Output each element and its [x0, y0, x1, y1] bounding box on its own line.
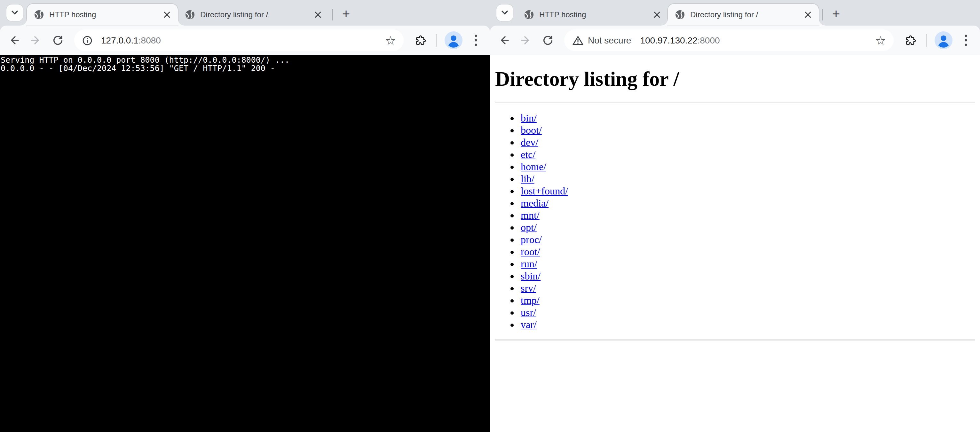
back-arrow-icon [8, 35, 20, 46]
directory-list-item: opt/ [521, 221, 975, 233]
browser-menu-button[interactable] [955, 29, 977, 51]
kebab-menu-icon [475, 35, 477, 46]
directory-list-item: lib/ [521, 173, 975, 185]
reload-button[interactable] [47, 29, 68, 51]
new-tab-button[interactable]: + [337, 5, 355, 23]
extensions-button[interactable] [899, 29, 921, 51]
bookmark-star-button[interactable]: ☆ [384, 34, 397, 46]
extensions-button[interactable] [409, 29, 431, 51]
terminal-page: Serving HTTP on 0.0.0.0 port 8000 (http:… [0, 55, 490, 432]
profile-avatar-button[interactable] [445, 31, 463, 49]
directory-link[interactable]: boot/ [521, 125, 542, 136]
directory-link[interactable]: lost+found/ [521, 186, 568, 196]
reload-icon [542, 35, 553, 46]
directory-link[interactable]: media/ [521, 198, 549, 208]
page-info-icon[interactable] [83, 35, 92, 45]
toolbar-left: 127.0.0.1:8080 ☆ [0, 25, 490, 55]
directory-list-item: media/ [521, 197, 975, 209]
profile-avatar-icon [445, 31, 463, 49]
globe-favicon-icon [34, 10, 44, 20]
directory-list-item: var/ [521, 318, 975, 330]
directory-list: bin/boot/dev/etc/home/lib/lost+found/med… [495, 112, 975, 330]
globe-favicon-icon [524, 10, 534, 20]
kebab-menu-icon [965, 35, 967, 46]
close-icon [654, 11, 660, 18]
url-text: 127.0.0.1:8080 [101, 35, 161, 45]
forward-arrow-icon [520, 35, 531, 46]
divider [495, 102, 975, 103]
directory-link[interactable]: etc/ [521, 149, 535, 160]
directory-list-item: dev/ [521, 136, 975, 148]
toolbar-right: Not secure 100.97.130.22:8000 ☆ [490, 25, 980, 55]
directory-link[interactable]: dev/ [521, 137, 538, 148]
tab-search-button[interactable] [6, 5, 23, 21]
directory-link[interactable]: proc/ [521, 234, 542, 245]
tab-http-hosting[interactable]: HTTP hosting [27, 4, 178, 25]
directory-listing-page: Directory listing for / bin/boot/dev/etc… [490, 55, 980, 432]
security-chip-label[interactable]: Not secure [588, 35, 631, 45]
bookmark-star-button[interactable]: ☆ [874, 34, 887, 46]
close-icon [315, 11, 321, 18]
tab-separator [332, 9, 332, 21]
tab-close-button[interactable] [161, 9, 173, 21]
tab-http-hosting[interactable]: HTTP hosting [517, 4, 668, 25]
directory-link[interactable]: tmp/ [521, 295, 539, 306]
chevron-down-icon [501, 10, 509, 15]
tab-title: HTTP hosting [539, 10, 651, 19]
tab-close-button[interactable] [651, 9, 663, 21]
directory-link[interactable]: var/ [521, 319, 537, 330]
browser-menu-button[interactable] [465, 29, 487, 51]
back-button[interactable] [493, 29, 515, 51]
back-button[interactable] [3, 29, 25, 51]
directory-link[interactable]: root/ [521, 246, 540, 257]
directory-list-item: lost+found/ [521, 185, 975, 197]
new-tab-button[interactable]: + [827, 5, 845, 23]
browser-window-right: HTTP hosting Directory listing for / + [490, 0, 980, 432]
directory-list-item: mnt/ [521, 209, 975, 221]
forward-button[interactable] [25, 29, 47, 51]
forward-arrow-icon [30, 35, 41, 46]
forward-button[interactable] [515, 29, 537, 51]
url-text: 100.97.130.22:8000 [640, 35, 720, 45]
directory-link[interactable]: lib/ [521, 173, 535, 184]
tab-close-button[interactable] [312, 9, 324, 21]
tab-title: HTTP hosting [49, 10, 161, 19]
directory-link[interactable]: run/ [521, 258, 537, 269]
close-icon [164, 11, 170, 18]
tab-directory-listing[interactable]: Directory listing for / [668, 4, 819, 25]
browser-window-left: HTTP hosting Directory listing for / + [0, 0, 490, 432]
directory-list-item: srv/ [521, 282, 975, 294]
address-bar[interactable]: Not secure 100.97.130.22:8000 ☆ [564, 29, 894, 51]
toolbar-divider [436, 34, 437, 47]
directory-link[interactable]: srv/ [521, 283, 536, 294]
directory-link[interactable]: bin/ [521, 113, 537, 124]
chevron-down-icon [11, 10, 19, 15]
directory-list-item: run/ [521, 258, 975, 270]
tab-separator [822, 9, 822, 21]
reload-button[interactable] [537, 29, 558, 51]
page-title: Directory listing for / [495, 67, 975, 91]
directory-list-item: bin/ [521, 112, 975, 124]
directory-link[interactable]: opt/ [521, 222, 537, 233]
directory-list-item: proc/ [521, 233, 975, 246]
directory-list-item: sbin/ [521, 270, 975, 282]
not-secure-warning-icon[interactable] [573, 35, 583, 45]
puzzle-extensions-icon [415, 35, 426, 46]
address-bar[interactable]: 127.0.0.1:8080 ☆ [74, 29, 404, 51]
directory-list-item: home/ [521, 160, 975, 173]
directory-link[interactable]: mnt/ [521, 210, 539, 221]
tab-title: Directory listing for / [200, 10, 312, 19]
directory-list-item: tmp/ [521, 294, 975, 307]
log-line: 0.0.0.0 - - [04/Dec/2024 12:53:56] "GET … [1, 63, 275, 73]
tab-search-button[interactable] [496, 5, 513, 21]
directory-list-item: boot/ [521, 124, 975, 136]
tab-directory-listing[interactable]: Directory listing for / [178, 4, 329, 25]
directory-link[interactable]: usr/ [521, 307, 536, 318]
directory-link[interactable]: sbin/ [521, 270, 541, 281]
directory-link[interactable]: home/ [521, 161, 546, 172]
tab-close-button[interactable] [802, 9, 814, 21]
globe-favicon-icon [675, 10, 685, 20]
directory-list-item: etc/ [521, 148, 975, 160]
profile-avatar-button[interactable] [935, 31, 953, 49]
screen: HTTP hosting Directory listing for / + [0, 0, 980, 432]
